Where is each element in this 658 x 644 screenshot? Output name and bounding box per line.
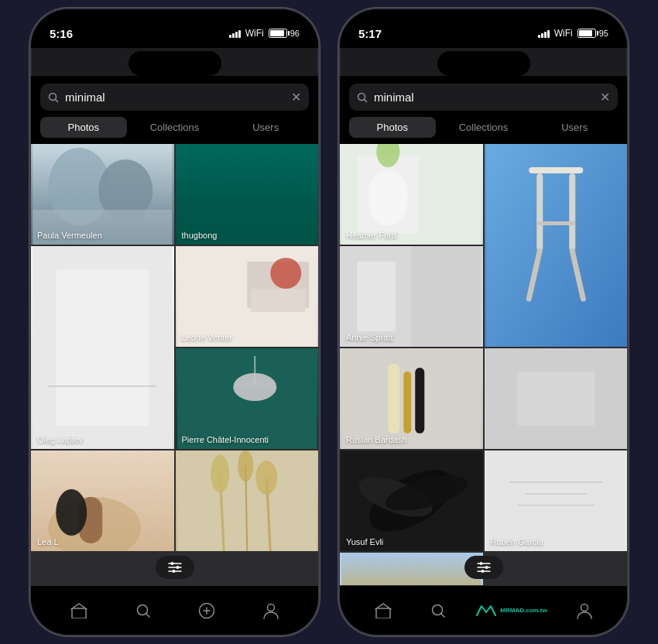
search-query-left: minimal: [65, 91, 285, 104]
svg-rect-65: [415, 368, 424, 433]
nav-profile-right[interactable]: [567, 599, 601, 622]
tab-users-left[interactable]: Users: [222, 117, 309, 138]
svg-rect-54: [536, 173, 543, 251]
svg-rect-51: [368, 171, 407, 225]
grid-item-oleg[interactable]: Oleg Laptev: [31, 246, 174, 449]
grid-item-grass[interactable]: [176, 450, 319, 551]
grid-item-annie[interactable]: Annie Spratt: [340, 246, 483, 347]
phone-right: 5:17 WiFi 95 minima: [338, 8, 629, 636]
grid-item-yusuf[interactable]: Yusuf Evli: [340, 450, 483, 551]
svg-rect-63: [388, 364, 399, 433]
search-clear-right[interactable]: ✕: [600, 90, 610, 104]
tab-selector-left: Photos Collections Users: [31, 117, 318, 144]
battery-right: 95: [577, 29, 608, 38]
svg-rect-67: [517, 372, 595, 426]
status-icons-right: WiFi 95: [538, 28, 608, 39]
grid-item-heather[interactable]: Heather Ford: [340, 144, 483, 245]
tab-collections-left[interactable]: Collections: [132, 117, 218, 138]
nav-profile-left[interactable]: [254, 599, 288, 622]
svg-point-37: [176, 566, 179, 569]
mrmad-logo-icon: [475, 605, 497, 617]
svg-rect-14: [251, 289, 305, 312]
svg-point-18: [233, 373, 276, 401]
search-nav-icon-right: [430, 603, 446, 618]
svg-rect-53: [529, 167, 583, 173]
svg-rect-73: [509, 481, 602, 483]
svg-point-27: [238, 450, 253, 481]
svg-point-82: [485, 566, 488, 569]
battery-left: 96: [269, 29, 300, 38]
nav-home-left[interactable]: [61, 600, 97, 622]
search-wrapper-right[interactable]: minimal ✕: [349, 84, 618, 111]
svg-rect-61: [357, 262, 396, 331]
svg-point-81: [479, 562, 482, 565]
nav-add-left[interactable]: [189, 599, 224, 622]
svg-rect-75: [517, 505, 595, 506]
search-nav-icon-left: [135, 603, 151, 618]
dynamic-island-left: [129, 51, 221, 76]
svg-rect-56: [536, 221, 575, 225]
svg-rect-74: [525, 493, 587, 495]
search-bar-left: minimal ✕: [31, 76, 318, 117]
grid-item-ruslan[interactable]: Ruslan Bardash: [340, 348, 483, 449]
svg-line-41: [146, 613, 149, 617]
search-wrapper-left[interactable]: minimal ✕: [40, 84, 309, 111]
search-clear-left[interactable]: ✕: [291, 90, 301, 104]
nav-home-right[interactable]: [365, 600, 401, 622]
grid-item-cesar[interactable]: César Couto: [340, 553, 483, 585]
battery-fill-left: [270, 30, 284, 36]
svg-point-36: [170, 562, 173, 565]
grid-item-pierre[interactable]: Pierre Châtel-Innocenti: [176, 348, 319, 449]
grid-item-leone[interactable]: Leone Venter: [176, 246, 319, 347]
photo-label-yusuf: Yusuf Evli: [346, 537, 383, 546]
tab-photos-left[interactable]: Photos: [40, 117, 127, 138]
filter-icon-left: [168, 562, 182, 573]
filter-icon-right: [477, 562, 491, 573]
battery-label-left: 96: [290, 29, 300, 38]
grid-item-ruben[interactable]: Rubén García: [485, 450, 628, 551]
battery-tip-right: [597, 31, 598, 36]
grid-item-stool[interactable]: [485, 144, 628, 347]
photo-label-oleg: Oleg Laptev: [37, 435, 83, 444]
photo-label-pierre: Pierre Châtel-Innocenti: [182, 435, 269, 444]
filter-button-right[interactable]: [464, 556, 503, 579]
watermark-area: MRMAD.com.tw: [475, 605, 547, 617]
nav-search-left[interactable]: [126, 600, 160, 622]
signal-icon-left: [229, 29, 241, 38]
tab-users-right[interactable]: Users: [531, 117, 618, 138]
battery-label-right: 95: [599, 29, 608, 38]
filter-button-left[interactable]: [156, 556, 194, 579]
app-content-left: minimal ✕ Photos Collections Users Paula: [31, 76, 318, 585]
status-icons-left: WiFi 96: [229, 28, 300, 39]
svg-point-25: [211, 454, 229, 493]
svg-line-47: [365, 99, 367, 101]
search-icon-right: [357, 92, 368, 103]
svg-point-22: [56, 489, 87, 536]
svg-rect-9: [56, 269, 149, 426]
battery-fill-right: [579, 30, 593, 36]
photo-label-lea: Lea L: [37, 537, 59, 546]
svg-rect-52: [486, 144, 625, 347]
photo-grid-right: Heather Ford: [340, 144, 627, 585]
grid-item-thugbong[interactable]: thugbong: [176, 144, 319, 245]
profile-icon-right: [577, 602, 592, 619]
photo-label-annie: Annie Spratt: [346, 333, 393, 342]
status-time-left: 5:16: [50, 27, 73, 40]
home-icon-right: [375, 603, 392, 618]
svg-point-38: [172, 570, 175, 573]
grid-item-lea[interactable]: Lea L: [31, 450, 174, 551]
photo-label-heather: Heather Ford: [346, 231, 396, 240]
tab-photos-right[interactable]: Photos: [349, 117, 436, 138]
grid-item-paula[interactable]: Paula Vermeulen: [31, 144, 174, 245]
search-icon-left: [48, 92, 59, 103]
svg-rect-72: [486, 450, 625, 551]
signal-icon-right: [538, 29, 550, 38]
profile-icon-left: [263, 602, 279, 619]
dynamic-island-right: [437, 51, 530, 76]
tab-collections-right[interactable]: Collections: [440, 117, 527, 138]
battery-body-right: [577, 29, 596, 38]
photo-label-thugbong: thugbong: [182, 231, 218, 240]
add-icon-left: [198, 602, 215, 619]
nav-search-right[interactable]: [421, 600, 455, 622]
grid-item-gray[interactable]: [485, 348, 628, 449]
